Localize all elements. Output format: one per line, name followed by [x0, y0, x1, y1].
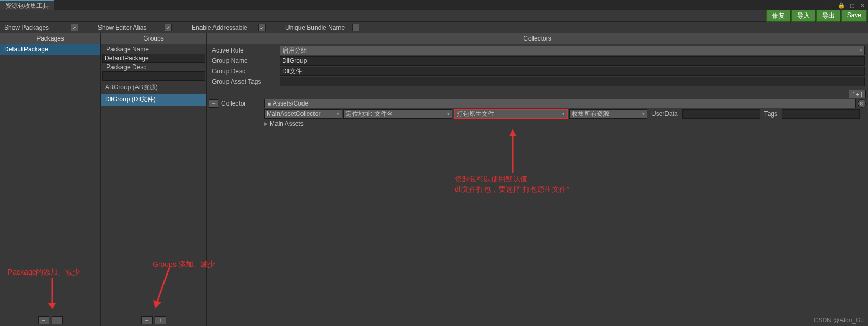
- group-desc-label: Group Desc: [210, 68, 278, 75]
- collectors-panel: Collectors Active Rule 启用分组 Group Name G…: [207, 33, 868, 326]
- collector-path[interactable]: ■ Assets/Code: [264, 99, 856, 108]
- show-packages-label: Show Packages: [4, 24, 67, 31]
- show-editor-alias-label: Show Editor Alias: [98, 24, 160, 31]
- main-assets-foldout[interactable]: ▶ Main Assets: [208, 119, 867, 128]
- options-row: Show Packages Show Editor Alias Enable A…: [0, 22, 868, 33]
- group-desc-input[interactable]: [280, 67, 865, 76]
- unique-bundle-name-label: Unique Bundle Name: [285, 24, 348, 31]
- folder-icon: ■: [268, 101, 271, 107]
- pack-rule-dropdown[interactable]: 打包原生文件: [454, 109, 568, 119]
- active-rule-label: Active Rule: [210, 47, 278, 54]
- target-icon[interactable]: ⊙: [858, 99, 866, 108]
- groups-header: Groups: [101, 33, 206, 44]
- collectors-header: Collectors: [207, 33, 868, 44]
- export-button[interactable]: 导出: [816, 10, 840, 22]
- package-item[interactable]: DefaultPackage: [0, 44, 100, 55]
- tags-input[interactable]: [782, 109, 860, 119]
- groups-list: ABGroup (AB资源) DllGroup (Dll文件): [101, 82, 206, 315]
- unique-bundle-name-checkbox[interactable]: [352, 24, 359, 31]
- save-button[interactable]: Save: [841, 10, 867, 22]
- enable-addressable-checkbox[interactable]: [258, 24, 266, 31]
- group-add-button[interactable]: +: [155, 316, 166, 324]
- group-item[interactable]: DllGroup (Dll文件): [101, 94, 206, 106]
- packages-buttons: − +: [0, 315, 100, 326]
- filter-rule-dropdown[interactable]: 收集所有资源: [569, 109, 647, 119]
- enable-addressable-label: Enable Addressable: [192, 24, 254, 31]
- group-name-input[interactable]: [280, 56, 865, 66]
- triangle-icon: ▶: [264, 121, 268, 126]
- toolbar: 修复 导入 导出 Save: [0, 10, 868, 22]
- active-rule-dropdown[interactable]: 启用分组: [280, 46, 865, 55]
- group-asset-tags-label: Group Asset Tags: [210, 78, 278, 85]
- address-rule-dropdown[interactable]: 定位地址: 文件名: [343, 109, 452, 119]
- groups-panel: Groups Package Name Package Desc ABGroup…: [101, 33, 207, 326]
- fix-button[interactable]: 修复: [766, 10, 790, 22]
- maximize-icon[interactable]: ▢: [848, 2, 856, 9]
- window-title: 资源包收集工具: [5, 2, 49, 10]
- packages-list: DefaultPackage: [0, 44, 100, 315]
- package-desc-label: Package Desc: [104, 63, 146, 71]
- group-asset-tags-input[interactable]: [280, 77, 865, 86]
- show-packages-checkbox[interactable]: [71, 24, 78, 31]
- group-remove-button[interactable]: −: [141, 316, 153, 324]
- package-remove-button[interactable]: −: [38, 316, 49, 324]
- main-collector-dropdown[interactable]: MainAssetCollector: [264, 109, 342, 119]
- package-desc-input[interactable]: [102, 71, 205, 81]
- package-name-label: Package Name: [104, 46, 149, 53]
- userdata-label: UserData: [648, 110, 681, 118]
- remove-collector-button[interactable]: −: [209, 99, 218, 108]
- tags-label: Tags: [761, 110, 781, 118]
- packages-header: Packages: [0, 33, 100, 44]
- window-tab[interactable]: 资源包收集工具: [0, 0, 54, 10]
- userdata-input[interactable]: [682, 109, 760, 119]
- collector-label: Collector: [220, 100, 262, 107]
- lock-icon[interactable]: 🔒: [838, 2, 845, 9]
- main-content: Packages DefaultPackage − + Groups Packa…: [0, 33, 868, 326]
- close-icon[interactable]: ✕: [859, 2, 866, 9]
- add-collector-button[interactable]: [ + ]: [849, 90, 866, 98]
- group-item[interactable]: ABGroup (AB资源): [101, 82, 206, 94]
- import-button[interactable]: 导入: [791, 10, 815, 22]
- show-editor-alias-checkbox[interactable]: [165, 24, 172, 31]
- package-name-input[interactable]: [102, 54, 205, 63]
- menu-dots-icon[interactable]: ⋮: [829, 2, 835, 9]
- group-name-label: Group Name: [210, 57, 278, 64]
- package-add-button[interactable]: +: [52, 316, 63, 324]
- groups-buttons: − +: [101, 315, 206, 326]
- watermark: CSDN @Alon_Gu: [814, 317, 864, 324]
- title-bar: 资源包收集工具 ⋮ 🔒 ▢ ✕: [0, 0, 868, 10]
- packages-panel: Packages DefaultPackage − +: [0, 33, 101, 326]
